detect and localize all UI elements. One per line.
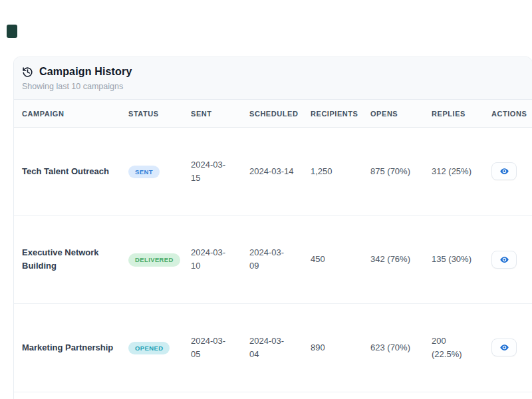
status-badge: OPENED <box>128 342 170 355</box>
cell-campaign: Executive Network Building <box>14 215 120 304</box>
cell-sent: 2024-03- 05 <box>183 304 241 392</box>
eye-icon <box>499 255 509 265</box>
cell-replies: 312 (25%) <box>424 128 483 216</box>
table-row: Q2 Sales Initiative REPLIED 2024-03- 01 … <box>14 392 532 399</box>
table-row: Executive Network Building DELIVERED 202… <box>14 215 532 304</box>
column-header-recipients: RECIPIENTS <box>303 100 362 128</box>
app-screen: Campaign History Showing last 10 campaig… <box>0 0 532 399</box>
card-title: Campaign History <box>39 66 132 78</box>
cell-sent: 2024-03- 15 <box>183 128 241 216</box>
replies-count: 312 (25%) <box>432 166 471 176</box>
opens-count: 623 (70%) <box>370 342 410 352</box>
cell-status: DELIVERED <box>120 215 183 304</box>
recipients-count: 890 <box>311 342 325 352</box>
cell-recipients: 1,650 <box>303 392 362 399</box>
eye-icon <box>499 342 509 352</box>
eye-icon <box>499 166 509 176</box>
history-icon <box>22 66 33 78</box>
cell-status: REPLIED <box>120 392 183 399</box>
cell-scheduled: 2024-03- 04 <box>241 304 303 392</box>
cell-actions <box>483 392 532 399</box>
status-badge: DELIVERED <box>128 253 180 267</box>
cell-actions <box>483 304 532 392</box>
opens-count: 875 (70%) <box>370 166 410 176</box>
sent-date: 2024-03- 15 <box>191 160 225 183</box>
cell-recipients: 1,250 <box>303 128 362 216</box>
cell-scheduled: 2024-02-28 <box>241 392 303 399</box>
corner-logo-mark <box>7 25 17 38</box>
cell-sent: 2024-03- 01 <box>183 392 241 399</box>
cell-opens: 623 (70%) <box>362 304 424 392</box>
cell-recipients: 890 <box>303 304 362 392</box>
opens-count: 342 (76%) <box>370 254 410 264</box>
view-button[interactable] <box>491 338 517 356</box>
campaign-name: Tech Talent Outreach <box>22 166 109 176</box>
cell-scheduled: 2024-03- 09 <box>241 215 303 304</box>
column-header-actions: ACTIONS <box>483 100 532 128</box>
sent-date: 2024-03- 05 <box>191 336 225 359</box>
cell-opens: 875 (70%) <box>362 128 424 216</box>
column-header-status: STATUS <box>120 100 183 128</box>
cell-opens: 1,056 (64%) <box>362 392 424 399</box>
cell-campaign: Tech Talent Outreach <box>14 128 120 216</box>
sent-date: 2024-03- 10 <box>191 247 225 271</box>
cell-recipients: 450 <box>303 215 362 304</box>
cell-replies: 200 (22.5%) <box>424 304 483 392</box>
replies-count: 135 (30%) <box>432 254 471 264</box>
table-body: Tech Talent Outreach SENT 2024-03- 15 20… <box>14 128 532 399</box>
cell-replies: 380 (23%) <box>424 392 483 399</box>
recipients-count: 1,250 <box>311 166 332 176</box>
cell-status: SENT <box>120 128 183 216</box>
header-row: CAMPAIGNSTATUSSENTSCHEDULEDRECIPIENTSOPE… <box>14 100 532 128</box>
table-row: Marketing Partnership OPENED 2024-03- 05… <box>14 304 532 392</box>
scheduled-date: 2024-03- 09 <box>249 247 284 271</box>
cell-actions <box>483 215 532 304</box>
column-header-scheduled: SCHEDULED <box>241 100 303 128</box>
view-button[interactable] <box>491 251 517 269</box>
card-subtitle: Showing last 10 campaigns <box>22 82 524 91</box>
column-header-replies: REPLIES <box>424 100 483 128</box>
cell-campaign: Q2 Sales Initiative <box>14 392 120 399</box>
card-header: Campaign History Showing last 10 campaig… <box>14 57 532 100</box>
column-header-sent: SENT <box>183 100 241 128</box>
campaign-name: Marketing Partnership <box>22 342 113 352</box>
campaign-history-card: Campaign History Showing last 10 campaig… <box>13 57 532 399</box>
cell-campaign: Marketing Partnership <box>14 304 120 392</box>
campaign-name: Executive Network Building <box>22 247 99 271</box>
scheduled-date: 2024-03- 04 <box>249 336 284 359</box>
status-badge: SENT <box>128 166 160 179</box>
cell-sent: 2024-03- 10 <box>183 215 241 304</box>
recipients-count: 450 <box>311 254 325 264</box>
cell-opens: 342 (76%) <box>362 215 424 304</box>
cell-scheduled: 2024-03-14 <box>241 128 303 216</box>
cell-actions <box>483 128 532 216</box>
scheduled-date: 2024-03-14 <box>249 166 294 176</box>
table-row: Tech Talent Outreach SENT 2024-03- 15 20… <box>14 128 532 216</box>
cell-replies: 135 (30%) <box>424 215 483 304</box>
replies-count: 200 (22.5%) <box>432 336 462 359</box>
view-button[interactable] <box>491 162 517 180</box>
column-header-campaign: CAMPAIGN <box>14 100 120 128</box>
campaign-table: CAMPAIGNSTATUSSENTSCHEDULEDRECIPIENTSOPE… <box>14 100 532 399</box>
column-header-opens: OPENS <box>362 100 424 128</box>
cell-status: OPENED <box>120 304 183 392</box>
